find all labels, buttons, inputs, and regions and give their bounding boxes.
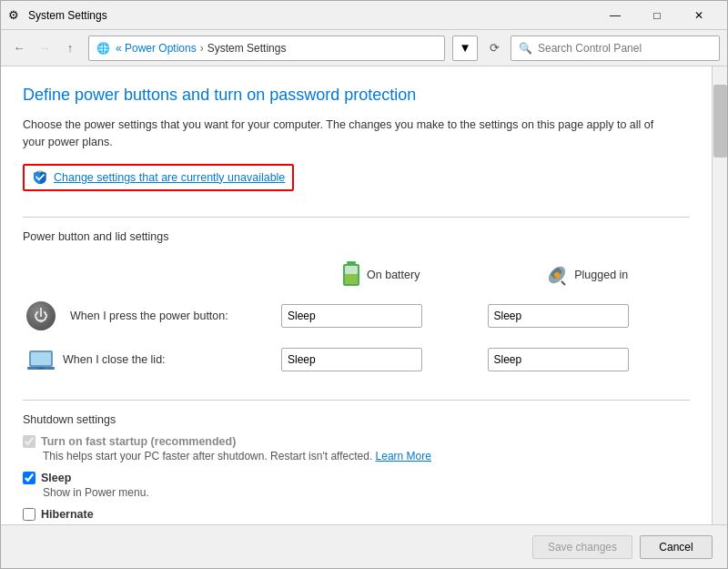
breadcrumb-separator: › [200,42,204,55]
col-plugged-header: Plugged in [484,256,691,294]
power-row-1-battery-cell: Sleep Do nothing Hibernate Shut down Tur… [278,294,484,338]
svg-rect-9 [31,352,51,365]
svg-line-7 [561,281,565,285]
lid-row-plugged-cell: Sleep Do nothing Hibernate Shut down Tur… [484,338,691,381]
plugged-column-label: Plugged in [574,269,628,281]
lid-row-label: When I close the lid: [63,353,166,366]
shield-icon [32,169,48,186]
footer: Save changes Cancel [1,524,727,568]
learn-more-link[interactable]: Learn More [376,450,431,462]
minimize-button[interactable]: — [594,1,636,30]
shutdown-settings: Turn on fast startup (recommended) This … [23,435,690,524]
change-settings-link[interactable]: Change settings that are currently unava… [54,171,285,184]
shutdown-section-header: Shutdown settings [23,413,690,426]
power-battery-dropdown[interactable]: Sleep Do nothing Hibernate Shut down Tur… [281,304,422,328]
table-row: ⏻ When I press the power button: Sleep D… [23,294,690,338]
breadcrumb-current: System Settings [207,42,287,55]
cancel-button[interactable]: Cancel [640,535,713,559]
section-divider-2 [23,400,690,401]
main-panel: Define power buttons and turn on passwor… [1,66,712,524]
power-table: On battery [23,256,690,381]
hibernate-item: Hibernate Show in Power menu. [23,508,690,524]
battery-icon [341,261,361,289]
svg-point-6 [554,272,560,278]
sleep-label: Sleep [41,472,71,484]
plugged-icon [545,263,569,287]
maximize-button[interactable]: □ [636,1,678,30]
fast-startup-checkbox[interactable] [23,435,35,448]
power-row-1-label-cell: ⏻ When I press the power button: [23,294,278,338]
sleep-item: Sleep Show in Power menu. [23,472,690,499]
power-row-1-label: When I press the power button: [70,310,228,322]
power-section-header: Power button and lid settings [23,230,690,243]
lid-icon [26,345,56,374]
forward-button[interactable]: → [34,37,56,59]
breadcrumb-globe-icon: 🌐 [96,42,110,55]
search-icon: 🔍 [519,42,532,55]
close-button[interactable]: ✕ [678,1,720,30]
window-icon: ⚙ [8,8,23,23]
col-battery-header: On battery [278,256,484,294]
fast-startup-sub: This helps start your PC faster after sh… [43,450,690,462]
scrollbar-track [712,66,727,524]
up-button[interactable]: ↑ [59,37,81,59]
power-row-1-plugged-cell: Sleep Do nothing Hibernate Shut down Tur… [484,294,691,338]
lid-plugged-dropdown[interactable]: Sleep Do nothing Hibernate Shut down Tur… [488,348,629,371]
battery-column-label: On battery [367,269,420,281]
sleep-checkbox[interactable] [23,472,35,484]
page-title: Define power buttons and turn on passwor… [23,85,690,106]
col-label-header [23,256,278,294]
save-changes-button[interactable]: Save changes [532,535,632,559]
hibernate-checkbox[interactable] [23,508,35,521]
address-bar: ← → ↑ 🌐 « Power Options › System Setting… [1,30,727,66]
scrollbar-thumb[interactable] [713,85,727,157]
breadcrumb-dropdown-button[interactable]: ▼ [452,36,478,61]
breadcrumb-power-options[interactable]: « Power Options [116,42,197,55]
search-input[interactable] [538,42,712,55]
power-button-icon: ⏻ [26,301,56,330]
svg-point-11 [37,367,45,369]
search-bar: 🔍 [511,36,720,61]
system-settings-window: ⚙ System Settings — □ ✕ ← → ↑ 🌐 « Power … [0,0,728,569]
table-row: When I close the lid: Sleep Do nothing H… [23,338,690,381]
title-bar: ⚙ System Settings — □ ✕ [1,1,727,30]
refresh-button[interactable]: ⟳ [481,36,507,61]
lid-row-battery-cell: Sleep Do nothing Hibernate Shut down Tur… [278,338,484,381]
content-area: Define power buttons and turn on passwor… [1,66,727,524]
hibernate-label: Hibernate [41,508,94,521]
power-table-header-row: On battery [23,256,690,294]
lid-battery-dropdown[interactable]: Sleep Do nothing Hibernate Shut down Tur… [281,348,422,371]
power-plugged-dropdown[interactable]: Sleep Do nothing Hibernate Shut down Tur… [488,304,629,328]
sleep-sub: Show in Power menu. [43,486,690,499]
section-divider-1 [23,217,690,218]
laptop-lid-icon [26,345,56,374]
window-title: System Settings [28,9,594,22]
breadcrumb-bar: 🌐 « Power Options › System Settings [88,36,445,61]
back-button[interactable]: ← [8,37,30,59]
window-controls: — □ ✕ [594,1,720,30]
fast-startup-item: Turn on fast startup (recommended) This … [23,435,690,462]
svg-rect-0 [347,261,356,264]
change-settings-container: Change settings that are currently unava… [23,164,294,191]
svg-rect-3 [345,266,358,274]
lid-row-label-cell: When I close the lid: [23,338,278,381]
svg-rect-2 [345,274,358,284]
fast-startup-label: Turn on fast startup (recommended) [41,435,236,448]
page-description: Choose the power settings that you want … [23,117,660,151]
